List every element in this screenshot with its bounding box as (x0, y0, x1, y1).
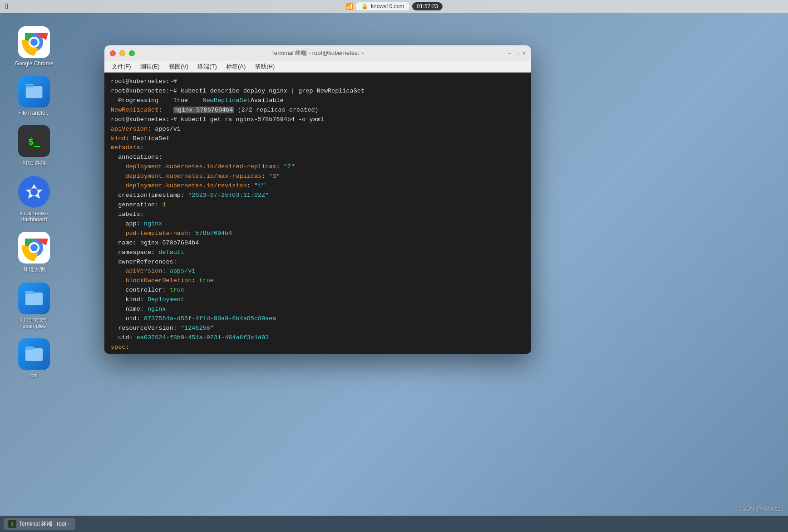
terminal-line-30: replicas: 2 (111, 352, 525, 354)
svg-rect-4 (25, 86, 43, 98)
menu-help[interactable]: 帮助(H) (251, 62, 278, 72)
menu-bar:  📶 🔒 knows10.com 01:57:23 (0, 0, 788, 13)
sidebar-item-huanjing[interactable]: 环境说明 (18, 232, 50, 273)
cni-icon (18, 338, 50, 370)
terminal-line-25: name: nginx (111, 305, 525, 314)
menu-view[interactable]: 视图(V) (165, 62, 192, 72)
terminal-line-8: metadata: (111, 143, 525, 153)
menu-file[interactable]: 文件(F) (108, 62, 135, 72)
titlebar-right-controls: − □ × (508, 50, 526, 57)
svg-rect-16 (25, 347, 34, 350)
window-controls (110, 50, 135, 56)
terminal-line-9: annotations: (111, 153, 525, 162)
minimize-button[interactable] (119, 50, 125, 56)
chrome-label: Google Chrome (15, 60, 54, 67)
sidebar-item-kubernetes-examples[interactable]: kubernetes-examples (18, 283, 50, 329)
terminal-line-27: resourceVersion: "1246258" (111, 324, 525, 333)
terminal-line-16: app: nginx (111, 220, 525, 229)
terminal-line-26: uid: 8737554a-d55f-4f1d-90a9-6b4a85c89ae… (111, 314, 525, 324)
svg-rect-13 (25, 293, 43, 305)
terminal-line-7: kind: ReplicaSet (111, 134, 525, 144)
sidebar: Google Chrome FileTransfe... $_ Xfce 终端 (0, 13, 68, 517)
terminal-line-17: pod-template-hash: 578b7694b4 (111, 229, 525, 239)
watermark: CSDN @Knows10 (739, 506, 783, 512)
terminal-line-3: Progressing True NewReplicaSetAvailable (111, 96, 525, 106)
close-icon[interactable]: × (522, 50, 526, 57)
sidebar-item-filetransfer[interactable]: FileTransfe... (18, 76, 50, 116)
signal-icon: 📶 (345, 3, 353, 10)
taskbar-terminal-icon: $ (8, 520, 16, 528)
terminal-line-24: kind: Deployment (111, 295, 525, 305)
sidebar-item-xfce-terminal[interactable]: $_ Xfce 终端 (18, 125, 50, 167)
chrome-icon (18, 26, 50, 58)
xfce-terminal-icon: $_ (18, 125, 50, 157)
terminal-line-10: deployment.kubernetes.io/desired-replica… (111, 162, 525, 172)
svg-rect-14 (25, 291, 34, 294)
terminal-title: Terminal 终端 - root@kubernetes: ~ (271, 49, 364, 57)
k8s-examples-icon (18, 283, 50, 314)
terminal-line-21: - apiVersion: apps/v1 (111, 267, 525, 276)
url-text: knows10.com (371, 3, 404, 10)
terminal-line-19: namespace: default (111, 248, 525, 258)
terminal-line-2: root@kubernetes:~# kubectl describe depl… (111, 87, 525, 96)
terminal-line-28: uid: ea037624-f8b0-454a-9231-464a6f3a1d0… (111, 333, 525, 343)
cni-label: cni (30, 372, 37, 379)
terminal-line-11: deployment.kubernetes.io/max-replicas: "… (111, 172, 525, 181)
svg-point-12 (30, 244, 38, 251)
terminal-line-29: spec: (111, 343, 525, 352)
menu-bar-left:  (5, 2, 8, 10)
taskbar-terminal-label: Terminal 终端 - root··· (19, 520, 71, 528)
terminal-line-13: creationTimestamp: "2023-07-25T03:11:02Z… (111, 191, 525, 200)
menu-terminal[interactable]: 终端(T) (194, 62, 221, 72)
sidebar-item-kubernetes-dashboard[interactable]: kubernetes-dashboard (18, 176, 50, 223)
k8s-examples-label: kubernetes-examples (20, 317, 48, 329)
taskbar: $ Terminal 终端 - root··· (0, 516, 788, 532)
terminal-menu: 文件(F) 编辑(E) 视图(V) 终端(T) 标签(A) 帮助(H) (104, 61, 531, 73)
terminal-line-5: root@kubernetes:~# kubectl get rs nginx-… (111, 115, 525, 125)
terminal-line-15: labels: (111, 210, 525, 220)
terminal-line-18: name: nginx-578b7694b4 (111, 239, 525, 248)
terminal-line-1: root@kubernetes:~# (111, 77, 525, 87)
sidebar-item-google-chrome[interactable]: Google Chrome (15, 26, 54, 67)
menu-tab[interactable]: 标签(A) (222, 62, 249, 72)
apple-menu-icon[interactable]:  (5, 2, 8, 10)
k8s-dashboard-icon (18, 176, 50, 208)
watermark-text: CSDN @Knows10 (739, 506, 783, 512)
terminal-line-20: ownerReferences: (111, 258, 525, 267)
filetransfer-icon (18, 76, 50, 107)
terminal-content[interactable]: root@kubernetes:~# root@kubernetes:~# ku… (104, 73, 531, 354)
restore-icon[interactable]: □ (515, 50, 519, 57)
terminal-line-4: NewReplicaSet: nginx-578b7694b4 (2/2 rep… (111, 106, 525, 115)
maximize-button[interactable] (129, 50, 135, 56)
time-text: 01:57:23 (417, 3, 438, 10)
terminal-line-14: generation: 1 (111, 200, 525, 210)
huanjing-icon (18, 232, 50, 264)
huanjing-label: 环境说明 (23, 266, 45, 273)
terminal-line-6: apiVersion: apps/v1 (111, 125, 525, 134)
svg-rect-15 (25, 348, 43, 361)
desktop:  📶 🔒 knows10.com 01:57:23 (0, 0, 788, 532)
close-button[interactable] (110, 50, 116, 56)
terminal-line-12: deployment.kubernetes.io/revision: "1" (111, 181, 525, 191)
url-bar[interactable]: 🔒 knows10.com (356, 2, 409, 10)
menu-edit[interactable]: 编辑(E) (137, 62, 163, 72)
terminal-titlebar: Terminal 终端 - root@kubernetes: ~ − □ × (104, 45, 531, 61)
xfce-label: Xfce 终端 (22, 159, 45, 167)
svg-point-3 (30, 39, 38, 46)
minimize-icon[interactable]: − (508, 50, 512, 57)
terminal-window: Terminal 终端 - root@kubernetes: ~ − □ × 文… (104, 45, 531, 354)
filetransfer-label: FileTransfe... (18, 110, 50, 116)
k8s-dashboard-label: kubernetes-dashboard (20, 210, 48, 223)
time-display: 01:57:23 (412, 2, 443, 10)
svg-point-8 (30, 188, 38, 195)
lock-icon: 🔒 (361, 3, 368, 10)
sidebar-item-cni[interactable]: cni (18, 338, 50, 379)
menu-bar-center: 📶 🔒 knows10.com 01:57:23 (345, 2, 443, 10)
taskbar-terminal-item[interactable]: $ Terminal 终端 - root··· (4, 518, 75, 530)
terminal-line-22: blockOwnerDeletion: true (111, 276, 525, 286)
terminal-line-23: controller: true (111, 286, 525, 295)
